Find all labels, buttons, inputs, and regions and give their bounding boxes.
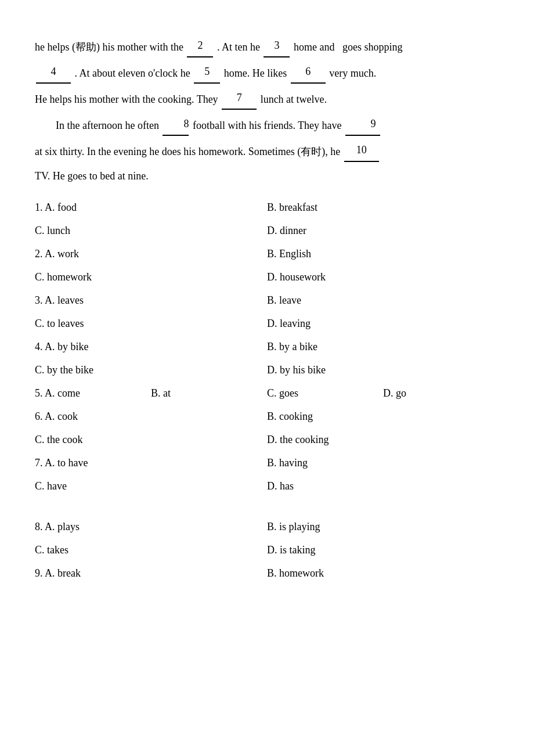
blank-5: 5 [194,61,220,84]
q9-optB: B. homework [267,563,499,584]
q4-optD: D. by his bike [267,359,499,380]
q3-optB: B. leave [267,290,499,311]
passage-line-6: TV. He goes to bed at nine. [35,165,499,186]
q5-optA: 5. A. come [35,383,151,404]
question-1: 1. A. food B. breakfast C. lunch D. dinn… [35,197,499,241]
text-2a: . At about eleven o'clock he [75,67,190,79]
q8-optC: C. takes [35,539,267,560]
blank-6: 6 [291,61,326,84]
q4-optB: B. by a bike [267,336,499,357]
question-2-row-cd: C. homework D. housework [35,267,499,287]
q6-optD: D. the cooking [267,429,499,450]
question-2: 2. A. work B. English C. homework D. hou… [35,243,499,287]
question-4-row-ab: 4. A. by bike B. by a bike [35,336,499,357]
blank-2: 2 [187,35,213,57]
q6-optA: 6. A. cook [35,406,267,427]
q3-optD: D. leaving [267,313,499,334]
blank-7: 7 [222,87,257,110]
blank-3: 3 [264,35,290,57]
q2-optA: 2. A. work [35,243,267,264]
blank-9: 9 [345,113,380,136]
q8-optB: B. is playing [267,516,499,537]
blank-8: 8 [163,113,189,136]
q5-optB: B. at [151,383,267,404]
q7-optC: C. have [35,476,267,496]
q7-optD: D. has [267,476,499,496]
q2-optD: D. housework [267,267,499,287]
blank-4: 4 [36,61,71,84]
text-6a: TV. He goes to bed at nine. [35,170,149,182]
q6-optB: B. cooking [267,406,499,427]
question-1-row-cd: C. lunch D. dinner [35,220,499,241]
question-6-row-cd: C. the cook D. the cooking [35,429,499,450]
question-7-row-cd: C. have D. has [35,476,499,496]
q8-optD: D. is taking [267,539,499,560]
text-1c: home and [294,41,334,53]
q8-optA: 8. A. plays [35,516,267,537]
question-2-row-ab: 2. A. work B. English [35,243,499,264]
q4-optC: C. by the bike [35,359,267,380]
question-3-row-cd: C. to leaves D. leaving [35,313,499,334]
passage-line-2: 4 . At about eleven o'clock he 5 home. H… [35,61,499,84]
q1-optC: C. lunch [35,220,267,241]
q3-optC: C. to leaves [35,313,267,334]
question-4-row-cd: C. by the bike D. by his bike [35,359,499,380]
text-4a: In the afternoon he often [56,120,159,131]
q6-optC: C. the cook [35,429,267,450]
text-4b: football with his friends. They have [193,120,342,131]
q7-optA: 7. A. to have [35,452,267,473]
passage-line-3: He helps his mother with the cooking. Th… [35,87,499,110]
text-3b: lunch at twelve. [261,93,327,105]
question-4: 4. A. by bike B. by a bike C. by the bik… [35,336,499,380]
q3-optA: 3. A. leaves [35,290,267,311]
question-5: 5. A. come B. at C. goes D. go [35,383,499,404]
question-7-row-ab: 7. A. to have B. having [35,452,499,473]
text-2b: home. He likes [224,67,287,79]
question-8-row-cd: C. takes D. is taking [35,539,499,560]
q5-optC: C. goes [267,383,383,404]
question-9: 9. A. break B. homework [35,563,499,584]
question-1-row-ab: 1. A. food B. breakfast [35,197,499,218]
text-goes-shopping: goes shopping [342,41,403,53]
q7-optB: B. having [267,452,499,473]
question-7: 7. A. to have B. having C. have D. has [35,452,499,496]
text-2c: very much. [329,67,376,79]
spacer-before-8 [35,499,499,516]
text-5a: at six thirty. In the evening he does hi… [35,146,340,157]
q1-optD: D. dinner [267,220,499,241]
q1-optA: 1. A. food [35,197,267,218]
question-3-row-ab: 3. A. leaves B. leave [35,290,499,311]
passage-line-1: he helps (帮助) his mother with the 2 . At… [35,35,499,57]
question-3: 3. A. leaves B. leave C. to leaves D. le… [35,290,499,334]
question-6: 6. A. cook B. cooking C. the cook D. the… [35,406,499,450]
text-3a: He helps his mother with the cooking. Th… [35,93,218,105]
q4-optA: 4. A. by bike [35,336,267,357]
passage-line-4: In the afternoon he often 8 football wit… [35,113,499,136]
text-1b: . At ten he [217,41,260,53]
question-6-row-ab: 6. A. cook B. cooking [35,406,499,427]
q2-optB: B. English [267,243,499,264]
question-8-row-ab: 8. A. plays B. is playing [35,516,499,537]
question-9-row-ab: 9. A. break B. homework [35,563,499,584]
text-1a: he helps (帮助) his mother with the [35,41,183,53]
q9-optA: 9. A. break [35,563,267,584]
options-section: 1. A. food B. breakfast C. lunch D. dinn… [35,197,499,584]
passage: he helps (帮助) his mother with the 2 . At… [35,35,499,186]
q5-optD: D. go [383,383,499,404]
passage-line-5: at six thirty. In the evening he does hi… [35,139,499,162]
q2-optC: C. homework [35,267,267,287]
question-8: 8. A. plays B. is playing C. takes D. is… [35,516,499,560]
q1-optB: B. breakfast [267,197,499,218]
question-5-row-abcd: 5. A. come B. at C. goes D. go [35,383,499,404]
blank-10: 10 [344,139,379,162]
